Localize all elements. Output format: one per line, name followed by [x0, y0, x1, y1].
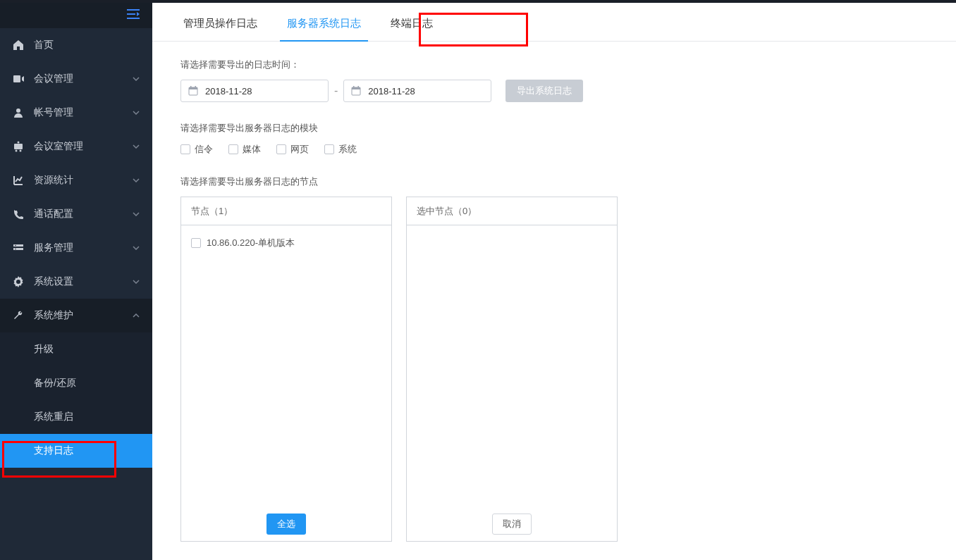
svg-rect-6 — [13, 244, 23, 247]
checkbox-box — [276, 144, 286, 154]
gear-icon — [13, 276, 27, 287]
svg-point-8 — [15, 245, 16, 247]
svg-point-9 — [15, 249, 16, 250]
checkbox-system[interactable]: 系统 — [324, 143, 357, 156]
sidebar-subitem-upgrade[interactable]: 升级 — [0, 332, 152, 366]
checkbox-box — [180, 144, 190, 154]
checkbox-label: 信令 — [195, 143, 213, 156]
svg-rect-7 — [13, 248, 23, 250]
chevron-down-icon — [133, 280, 140, 284]
svg-point-10 — [17, 280, 20, 283]
sidebar-item-phone[interactable]: 通话配置 — [0, 197, 152, 231]
svg-rect-18 — [358, 86, 360, 88]
svg-rect-16 — [352, 87, 360, 89]
svg-point-3 — [16, 150, 18, 152]
phone-icon — [13, 209, 27, 220]
room-icon — [13, 141, 27, 152]
checkbox-media[interactable]: 媒体 — [228, 143, 261, 156]
date-from-input[interactable]: 2018-11-28 — [180, 80, 329, 102]
sidebar-subitem-label: 备份/还原 — [34, 377, 76, 390]
selected-panel-header: 选中节点（0） — [407, 197, 617, 225]
date-to-input[interactable]: 2018-11-28 — [343, 80, 491, 102]
main-content: 管理员操作日志 服务器系统日志 终端日志 请选择需要导出的日志时间： 2018-… — [152, 0, 956, 560]
sidebar-subitem-label: 系统重启 — [34, 411, 73, 423]
nodes-panel-footer: 全选 — [181, 507, 391, 541]
meeting-icon — [13, 73, 27, 85]
svg-rect-2 — [14, 144, 23, 149]
sidebar-item-meeting[interactable]: 会议管理 — [0, 62, 152, 96]
checkbox-label: 媒体 — [243, 143, 261, 156]
node-section-label: 请选择需要导出服务器日志的节点 — [180, 175, 928, 188]
tab-terminal-log[interactable]: 终端日志 — [384, 7, 440, 41]
sidebar-subitem-backup[interactable]: 备份/还原 — [0, 366, 152, 400]
nodes-panel-header: 节点（1） — [181, 197, 391, 225]
svg-rect-14 — [195, 86, 197, 88]
sidebar-item-room[interactable]: 会议室管理 — [0, 130, 152, 163]
home-icon — [13, 39, 27, 51]
calendar-icon — [188, 86, 198, 96]
svg-point-5 — [18, 142, 20, 144]
sidebar-item-home[interactable]: 首页 — [0, 28, 152, 62]
sidebar-item-label: 帐号管理 — [34, 106, 73, 119]
service-icon — [13, 242, 27, 254]
sidebar-item-settings[interactable]: 系统设置 — [0, 265, 152, 299]
sidebar-subitem-restart[interactable]: 系统重启 — [0, 400, 152, 434]
sidebar-item-label: 系统设置 — [34, 275, 73, 288]
collapse-icon[interactable] — [127, 9, 140, 19]
node-item[interactable]: 10.86.0.220-单机版本 — [191, 232, 381, 254]
chevron-up-icon — [133, 313, 140, 318]
chevron-down-icon — [133, 246, 140, 250]
checkbox-box — [324, 144, 334, 154]
sidebar-item-label: 会议管理 — [34, 73, 73, 85]
nodes-panel-body: 10.86.0.220-单机版本 — [181, 225, 391, 507]
sidebar-item-label: 通话配置 — [34, 208, 73, 220]
tab-label: 服务器系统日志 — [287, 17, 361, 29]
stats-icon — [13, 175, 27, 186]
sidebar-item-label: 会议室管理 — [34, 140, 83, 153]
checkbox-signal[interactable]: 信令 — [180, 143, 213, 156]
svg-point-1 — [16, 108, 20, 113]
sidebar-item-label: 服务管理 — [34, 242, 73, 254]
tab-label: 终端日志 — [391, 17, 433, 29]
sidebar-item-maintenance[interactable]: 系统维护 — [0, 299, 152, 332]
calendar-icon — [351, 86, 361, 96]
svg-point-4 — [20, 150, 22, 152]
sidebar-header — [0, 0, 152, 28]
svg-rect-12 — [189, 87, 197, 89]
checkbox-web[interactable]: 网页 — [276, 143, 309, 156]
svg-rect-17 — [353, 86, 355, 88]
checkbox-label: 网页 — [290, 143, 309, 156]
tab-label: 管理员操作日志 — [183, 17, 257, 29]
select-all-button[interactable]: 全选 — [266, 514, 306, 535]
node-label: 10.86.0.220-单机版本 — [207, 237, 295, 249]
checkbox-box — [228, 144, 238, 154]
sidebar-item-stats[interactable]: 资源统计 — [0, 163, 152, 197]
sidebar-item-account[interactable]: 帐号管理 — [0, 96, 152, 130]
tabs: 管理员操作日志 服务器系统日志 终端日志 — [152, 0, 956, 42]
sidebar-item-label: 资源统计 — [34, 174, 73, 187]
sidebar-subitem-label: 升级 — [34, 343, 54, 356]
cancel-button[interactable]: 取消 — [492, 514, 532, 535]
date-row: 2018-11-28 - 2018-11-28 导出系统日志 — [180, 80, 928, 102]
wrench-icon — [13, 310, 27, 321]
account-icon — [13, 107, 27, 118]
svg-rect-0 — [13, 75, 20, 82]
chevron-down-icon — [133, 111, 140, 115]
export-button[interactable]: 导出系统日志 — [505, 80, 583, 102]
module-section-label: 请选择需要导出服务器日志的模块 — [180, 122, 928, 135]
module-checkboxes: 信令 媒体 网页 系统 — [180, 143, 928, 156]
nodes-panel: 节点（1） 10.86.0.220-单机版本 全选 — [180, 197, 392, 542]
svg-rect-13 — [190, 86, 192, 88]
checkbox-label: 系统 — [338, 143, 357, 156]
selected-panel-footer: 取消 — [407, 507, 617, 541]
node-panels: 节点（1） 10.86.0.220-单机版本 全选 选中节点（0） — [180, 197, 928, 542]
date-to-text: 2018-11-28 — [368, 86, 415, 97]
tab-server-log[interactable]: 服务器系统日志 — [280, 7, 368, 42]
checkbox-box — [191, 238, 201, 248]
sidebar-subitem-support-log[interactable]: 支持日志 — [0, 434, 152, 468]
tab-admin-log[interactable]: 管理员操作日志 — [176, 7, 264, 41]
chevron-down-icon — [133, 77, 140, 81]
sidebar-item-service[interactable]: 服务管理 — [0, 231, 152, 265]
chevron-down-icon — [133, 212, 140, 216]
sidebar-subitem-label: 支持日志 — [34, 444, 73, 457]
